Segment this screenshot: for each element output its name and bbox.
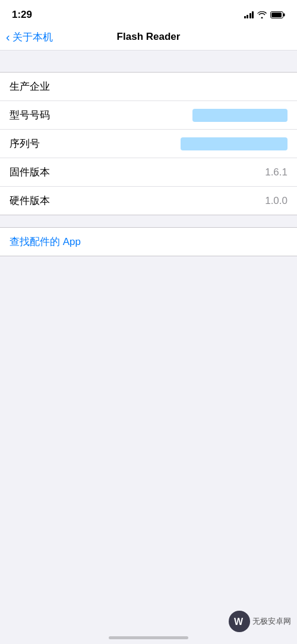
nav-bar: ‹ 关于本机 Flash Reader [0,26,297,51]
back-chevron-icon: ‹ [6,31,10,43]
find-app-row[interactable]: 查找配件的 App [0,227,297,256]
bottom-area [0,256,297,542]
value-serial-blurred [181,137,287,150]
label-model: 型号号码 [10,108,50,122]
watermark-logo: W [229,611,250,632]
label-manufacturer: 生产企业 [10,80,50,93]
svg-text:W: W [234,617,244,627]
label-hardware: 硬件版本 [10,194,50,208]
status-bar: 1:29 [0,0,297,26]
value-firmware: 1.6.1 [265,167,287,178]
watermark: W 无极安卓网 [229,611,291,632]
status-icons [244,11,286,18]
svg-rect-1 [283,14,285,17]
info-table: 生产企业 型号号码 序列号 固件版本 1.6.1 硬件版本 1.0.0 [0,72,297,215]
watermark-text: 无极安卓网 [252,616,291,627]
wifi-icon [257,11,267,18]
value-hardware: 1.0.0 [265,195,287,207]
home-indicator [109,636,188,639]
table-row-firmware: 固件版本 1.6.1 [0,158,297,187]
svg-rect-2 [271,12,282,17]
back-button[interactable]: ‹ 关于本机 [6,30,53,44]
section-gap-top [0,51,297,72]
find-app-link[interactable]: 查找配件的 App [10,235,81,249]
signal-icon [244,11,254,18]
page-title: Flash Reader [117,31,181,43]
value-model-blurred [192,109,287,122]
label-firmware: 固件版本 [10,165,50,179]
battery-icon [270,11,285,18]
table-row-hardware: 硬件版本 1.0.0 [0,187,297,215]
back-label: 关于本机 [12,30,53,44]
label-serial: 序列号 [10,137,40,150]
status-time: 1:29 [12,9,32,21]
table-row-model: 型号号码 [0,101,297,130]
table-row-serial: 序列号 [0,130,297,158]
table-row-manufacturer: 生产企业 [0,73,297,101]
